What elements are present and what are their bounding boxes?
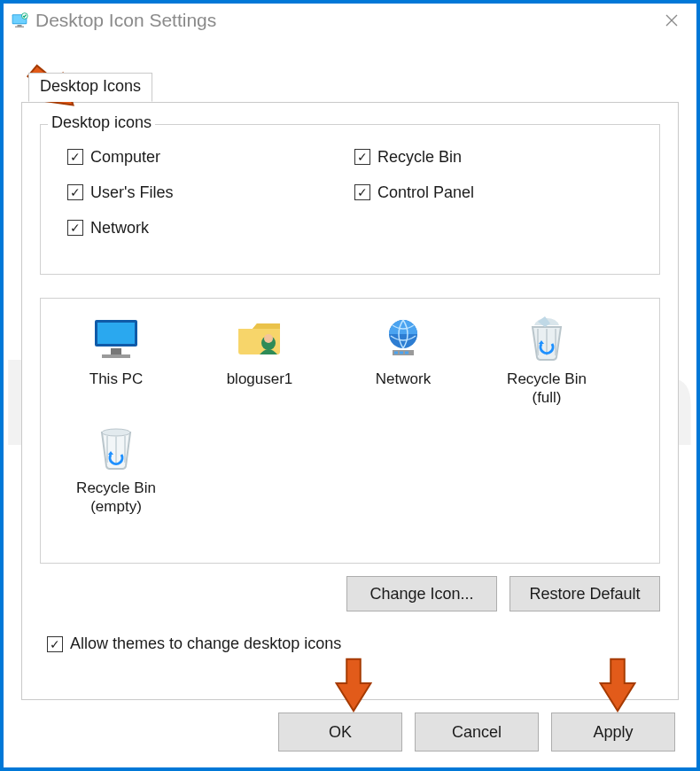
app-icon	[11, 12, 28, 29]
checkbox-label: Recycle Bin	[377, 148, 462, 167]
checkbox-grid: ✓ Computer ✓ Recycle Bin ✓ User's Files	[67, 139, 642, 245]
checkbox-recycle-bin[interactable]: ✓ Recycle Bin	[354, 139, 642, 175]
user-folder-icon	[231, 315, 288, 364]
check-icon: ✓	[354, 149, 370, 165]
checkbox-label: Allow themes to change desktop icons	[70, 635, 341, 653]
tab-page: Desktop icons ✓ Computer ✓ Recycle Bin	[21, 102, 679, 700]
annotation-arrow-icon	[587, 652, 649, 714]
icon-label: Recycle Bin (full)	[475, 370, 618, 408]
button-label: Change Icon...	[369, 585, 473, 604]
apply-button[interactable]: Apply	[551, 713, 675, 752]
svg-rect-15	[405, 352, 408, 354]
icon-label: Network	[331, 370, 475, 388]
close-button[interactable]	[654, 8, 689, 33]
client-area: PCrisk.com Desktop Icons Desktop icons ✓…	[7, 41, 693, 764]
icon-item-recycle-full[interactable]: Recycle Bin (full)	[475, 315, 618, 408]
button-label: Cancel	[452, 723, 502, 742]
check-icon: ✓	[67, 149, 83, 165]
tab-label: Desktop Icons	[40, 77, 141, 95]
icon-label: Recycle Bin (empty)	[44, 479, 188, 517]
svg-rect-13	[394, 352, 398, 354]
button-label: Apply	[593, 723, 633, 742]
checkbox-label: User's Files	[90, 183, 173, 202]
check-icon: ✓	[47, 636, 63, 652]
svg-rect-14	[400, 352, 403, 354]
checkbox-users-files[interactable]: ✓ User's Files	[67, 175, 354, 210]
checkbox-allow-themes[interactable]: ✓ Allow themes to change desktop icons	[47, 635, 341, 653]
icon-item-this-pc[interactable]: This PC	[44, 315, 188, 408]
svg-rect-3	[15, 27, 24, 27]
checkbox-label: Network	[90, 219, 149, 238]
restore-default-button[interactable]: Restore Default	[509, 576, 660, 611]
icon-label: bloguser1	[188, 370, 331, 388]
tab-desktop-icons[interactable]: Desktop Icons	[28, 73, 152, 102]
titlebar: Desktop Icon Settings	[4, 4, 696, 37]
checkbox-network[interactable]: ✓ Network	[67, 210, 354, 245]
checkbox-control-panel[interactable]: ✓ Control Panel	[354, 175, 642, 210]
change-icon-button[interactable]: Change Icon...	[346, 576, 497, 611]
button-label: Restore Default	[529, 585, 640, 604]
recycle-bin-empty-icon	[88, 424, 144, 473]
svg-rect-2	[18, 25, 22, 27]
dialog-window: Desktop Icon Settings PCrisk.com Desktop…	[0, 0, 700, 771]
icon-item-recycle-empty[interactable]: Recycle Bin (empty)	[44, 424, 188, 517]
icon-item-user-files[interactable]: bloguser1	[188, 315, 331, 408]
checkbox-label: Computer	[90, 148, 160, 167]
check-icon: ✓	[354, 184, 370, 200]
desktop-icons-group: Desktop icons ✓ Computer ✓ Recycle Bin	[40, 124, 660, 275]
check-icon: ✓	[67, 184, 83, 200]
bottom-buttons: OK Cancel Apply	[278, 713, 675, 752]
checkbox-computer[interactable]: ✓ Computer	[67, 139, 354, 175]
check-icon: ✓	[67, 220, 83, 236]
svg-rect-8	[102, 354, 130, 358]
icon-buttons: Change Icon... Restore Default	[346, 576, 660, 611]
icon-item-network[interactable]: Network	[331, 315, 475, 408]
cancel-button[interactable]: Cancel	[415, 713, 539, 752]
pc-icon	[88, 315, 144, 364]
annotation-arrow-icon	[323, 652, 385, 714]
svg-rect-7	[111, 348, 121, 354]
svg-rect-6	[97, 323, 135, 344]
recycle-bin-full-icon	[518, 315, 575, 364]
icon-label: This PC	[44, 370, 188, 388]
tabstrip: Desktop Icons	[28, 73, 152, 103]
button-label: OK	[329, 723, 352, 742]
checkbox-label: Control Panel	[377, 183, 474, 202]
ok-button[interactable]: OK	[278, 713, 402, 752]
network-icon	[375, 315, 432, 364]
icon-preview-panel: This PC bloguser1	[40, 298, 660, 564]
svg-point-16	[102, 429, 130, 436]
svg-point-10	[264, 334, 273, 343]
window-title: Desktop Icon Settings	[35, 10, 654, 31]
